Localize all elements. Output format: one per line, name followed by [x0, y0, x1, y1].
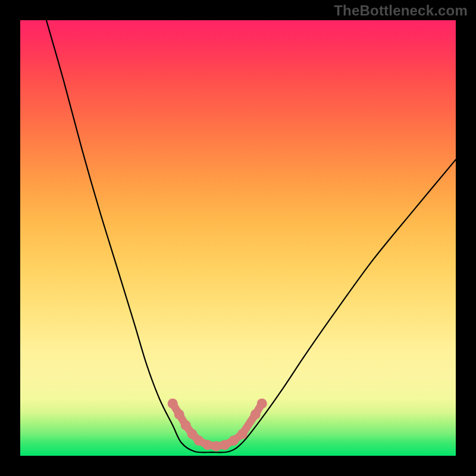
chart-overlay: [20, 20, 456, 456]
valley-marker-dot: [250, 409, 261, 419]
valley-marker-dot: [202, 440, 212, 450]
valley-marker-dot: [228, 436, 239, 446]
watermark-label: TheBottleneck.com: [334, 2, 468, 19]
bottleneck-curve: [46, 20, 456, 452]
valley-marker-dot: [220, 440, 230, 450]
valley-marker-dot: [211, 441, 221, 451]
valley-marker-dot: [174, 409, 184, 419]
valley-marker-dot: [237, 429, 248, 439]
valley-marker-dot: [257, 399, 267, 409]
valley-marker-dot: [168, 399, 178, 409]
chart-frame: TheBottleneck.com: [0, 0, 476, 476]
valley-marker-dot: [194, 436, 204, 446]
curve-group: [46, 20, 456, 452]
valley-marker-dot: [181, 420, 191, 430]
